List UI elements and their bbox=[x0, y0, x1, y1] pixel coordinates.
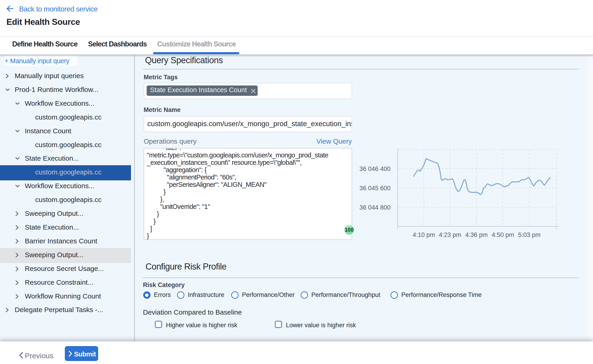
svg-text:36 044 800: 36 044 800 bbox=[359, 204, 391, 211]
svg-text:36 046 400: 36 046 400 bbox=[359, 165, 391, 172]
svg-text:4:10 pm: 4:10 pm bbox=[413, 231, 435, 238]
svg-text:36 045 600: 36 045 600 bbox=[359, 185, 391, 192]
svg-text:4:50 pm: 4:50 pm bbox=[492, 231, 514, 238]
svg-text:4:23 pm: 4:23 pm bbox=[439, 231, 461, 238]
svg-text:5:03 pm: 5:03 pm bbox=[518, 231, 541, 238]
svg-text:4:36 pm: 4:36 pm bbox=[465, 231, 488, 238]
